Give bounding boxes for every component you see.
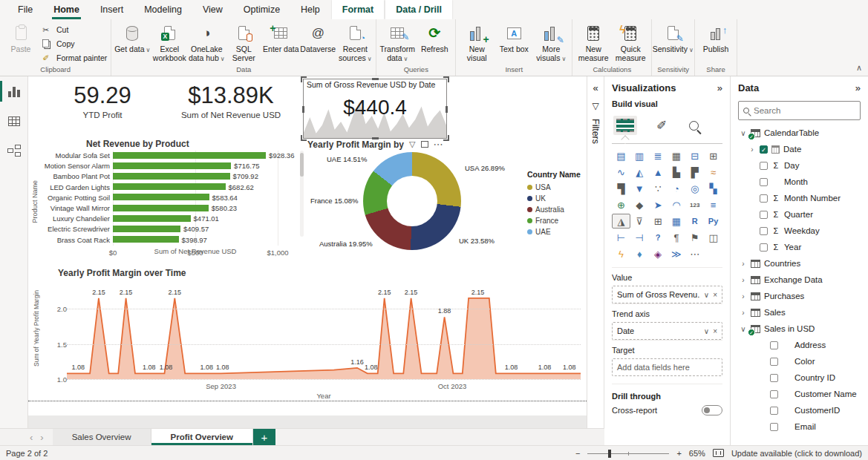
data-field-day[interactable]: ΣDay (738, 157, 861, 174)
selection-handle[interactable] (443, 76, 449, 82)
data-field-customerid[interactable]: CustomerID (738, 402, 861, 418)
visual-type-pie-chart[interactable]: ◔ (668, 181, 686, 196)
data-field-calendartable[interactable]: ∨✓CalendarTable (738, 125, 861, 141)
visual-type-scatter-chart[interactable]: ∵ (649, 181, 668, 196)
ribbon-tab-help[interactable]: Help (290, 0, 330, 19)
ribbon-button-get-data[interactable]: Get data∨ (114, 21, 151, 53)
tree-expander-icon[interactable]: › (740, 292, 747, 300)
legend-item-usa[interactable]: USA (527, 182, 581, 193)
data-field-month[interactable]: Month (738, 174, 861, 190)
visual-type-qa-visual[interactable]: ? (649, 230, 668, 245)
ribbon-tab-file[interactable]: File (7, 0, 43, 19)
ytd-profit-card-visual[interactable]: 59.29 YTD Profit (43, 82, 162, 119)
visual-type-slicer[interactable]: ⊽ (630, 214, 649, 229)
visual-type-arcgis-map[interactable]: ♦ (630, 246, 649, 261)
field-well-target[interactable]: Add data fields here (612, 358, 722, 376)
data-field-purchases[interactable]: ›Purchases (738, 288, 861, 304)
visual-type-filled-map[interactable]: ◆ (630, 197, 649, 212)
tree-expander-icon[interactable]: ∨ (740, 325, 747, 333)
fit-to-page-icon[interactable] (713, 449, 724, 457)
remove-field-icon[interactable]: × (713, 327, 717, 335)
ribbon-tab-insert[interactable]: Insert (90, 0, 134, 19)
bar-bamboo-plant-pot[interactable] (113, 173, 230, 180)
visual-type-paginated-report[interactable]: ◫ (704, 230, 722, 245)
legend-item-uae[interactable]: UAE (527, 226, 581, 237)
visual-type-r-script-visual[interactable]: R (685, 214, 704, 229)
update-available-link[interactable]: Update available (click to download) (731, 449, 862, 458)
bar-electric-screwdriver[interactable] (113, 226, 180, 232)
selection-handle[interactable] (302, 106, 304, 113)
selection-handle[interactable] (372, 78, 379, 80)
more-options-icon[interactable] (434, 139, 443, 150)
visual-type-smart-narrative[interactable]: ¶ (668, 230, 686, 245)
collapse-ribbon-icon[interactable] (856, 63, 862, 73)
tree-expander-icon[interactable]: ∨ (740, 129, 747, 137)
zoom-slider[interactable] (587, 449, 669, 458)
report-canvas[interactable]: 59.29 YTD Profit $13.89K Sum of Net Reve… (28, 76, 587, 415)
visual-type-stacked-bar-chart[interactable]: ▤ (612, 148, 630, 163)
visual-type-funnel-chart[interactable]: ▼ (630, 181, 649, 196)
tree-expander-icon[interactable]: › (740, 276, 747, 284)
field-checkbox[interactable] (760, 227, 768, 235)
tree-expander-icon[interactable]: › (748, 145, 756, 154)
collapse-data-pane-icon[interactable] (855, 82, 861, 93)
kpi-visual-selected[interactable]: Sum of Gross Revenue USD by Date $440.4 (303, 79, 447, 139)
ribbon-button-onelake-data-hub[interactable]: ◑OneLake data hub∨ (188, 21, 225, 63)
ribbon-tab-data-drill[interactable]: Data / Drill (385, 0, 452, 19)
visual-type-kpi[interactable]: ◮ (612, 214, 630, 229)
ribbon-button-sql-server[interactable]: SQL Server (225, 21, 262, 63)
visual-type-line-chart[interactable]: ∿ (612, 165, 630, 180)
visual-type-stacked-area-chart[interactable]: ▲ (649, 165, 668, 180)
visual-type-card[interactable]: 123 (685, 197, 704, 212)
expand-filters-icon[interactable] (593, 82, 598, 93)
bar-brass-coat-rack[interactable] (113, 236, 179, 243)
data-search-box[interactable] (738, 101, 861, 120)
focus-mode-icon[interactable] (421, 141, 428, 148)
visual-type-power-automate[interactable]: ≫ (668, 246, 686, 261)
data-field-quarter[interactable]: ΣQuarter (738, 206, 861, 223)
field-dropdown-icon[interactable]: ∨ (704, 291, 709, 299)
ribbon-tab-home[interactable]: Home (43, 0, 90, 19)
field-checkbox[interactable] (770, 390, 778, 398)
visual-type-multi-row-card[interactable]: ≡ (704, 197, 722, 212)
field-dropdown-icon[interactable]: ∨ (704, 327, 709, 335)
ribbon-button-recent-sources[interactable]: ◔Recent sources∨ (336, 21, 373, 63)
ribbon-button-sensitivity[interactable]: ✎Sensitivity∨ (654, 21, 691, 53)
visual-type-decomposition-tree[interactable]: ⊣ (630, 230, 649, 245)
cross-report-toggle[interactable] (702, 405, 722, 415)
ribbon-button-excel-workbook[interactable]: XExcel workbook (151, 21, 188, 63)
zoom-in-icon[interactable] (676, 449, 681, 458)
data-field-customer-name[interactable]: Customer Name (738, 386, 861, 402)
ribbon-button-format-painter[interactable]: ✐Format painter (41, 52, 107, 63)
visual-type-matrix[interactable]: ▦ (668, 214, 686, 229)
ribbon-button-new-visual[interactable]: +New visual (458, 21, 495, 63)
bar-chart-scrollbar[interactable] (300, 151, 304, 237)
visual-type-treemap[interactable]: ▚ (704, 181, 722, 196)
ribbon-tab-format[interactable]: Format (332, 0, 384, 19)
field-checkbox[interactable] (770, 358, 778, 366)
bar-chart-visual[interactable]: Net Revenue by Product Product Name $0$5… (28, 139, 304, 268)
visual-type-goals[interactable]: ⚑ (685, 230, 704, 245)
data-field-sales[interactable]: ›Sales (738, 304, 861, 321)
visual-type-line-and-clustered-column-chart[interactable]: ▛ (685, 165, 704, 180)
search-input[interactable] (754, 106, 843, 115)
tree-expander-icon[interactable]: › (740, 260, 747, 268)
field-checkbox[interactable] (760, 211, 768, 219)
tree-expander-icon[interactable]: › (740, 309, 747, 317)
next-page-icon[interactable] (40, 432, 43, 443)
visual-type-power-apps[interactable]: ◈ (649, 246, 668, 261)
visual-type-gauge[interactable]: ◠ (668, 197, 686, 212)
ribbon-button-copy[interactable]: Copy (41, 38, 107, 49)
field-checkbox[interactable] (770, 423, 778, 431)
ribbon-tab-view[interactable]: View (192, 0, 233, 19)
visual-type-ribbon-chart[interactable]: ≈ (704, 165, 722, 180)
ribbon-button-quick-measure[interactable]: ϟQuick measure (612, 21, 649, 63)
visual-type-map[interactable]: ⊕ (612, 197, 630, 212)
format-visual-tab[interactable]: ✐ (653, 115, 670, 137)
bar-luxury-chandelier[interactable] (113, 215, 191, 222)
ribbon-button-transform-data[interactable]: ✎Transform data∨ (379, 21, 416, 63)
field-checkbox[interactable] (770, 407, 778, 415)
zoom-out-icon[interactable] (575, 449, 580, 458)
visual-type-clustered-bar-chart[interactable]: ≣ (649, 148, 668, 163)
visual-type-azure-map[interactable]: ➤ (649, 197, 668, 212)
